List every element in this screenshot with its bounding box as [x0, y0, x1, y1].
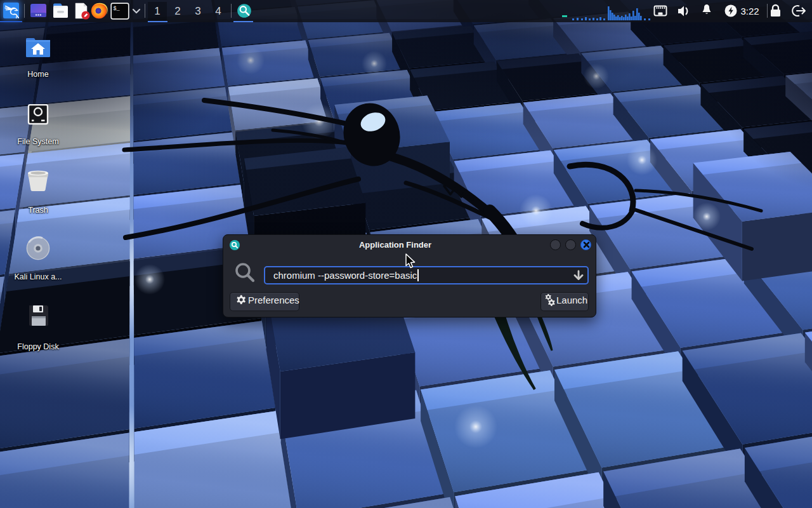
svg-text:Preferences: Preferences — [248, 295, 299, 305]
svg-text:Launch: Launch — [556, 295, 587, 305]
svg-text:$_: $_ — [114, 6, 121, 12]
